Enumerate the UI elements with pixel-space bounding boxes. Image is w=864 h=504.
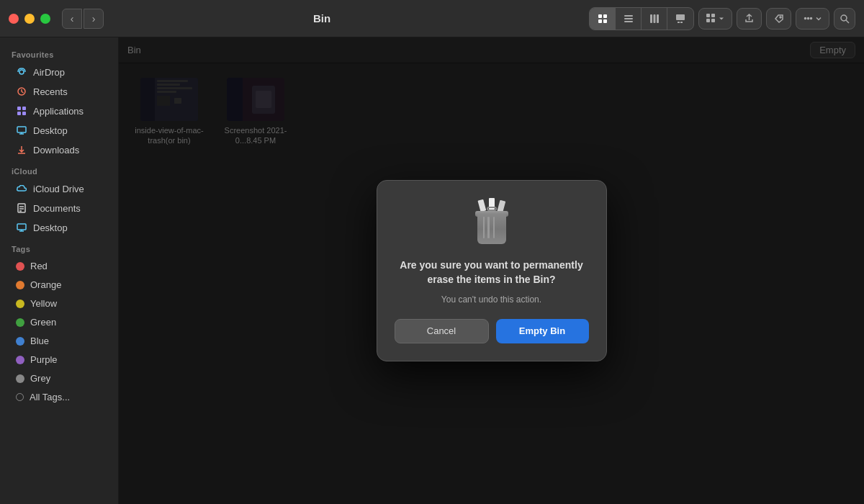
- sidebar-item-green[interactable]: Green: [4, 313, 114, 331]
- svg-rect-26: [22, 107, 26, 110]
- dialog-overlay: Are you sure you want to permanently era…: [119, 37, 864, 504]
- sidebar-item-applications[interactable]: Applications: [4, 102, 114, 120]
- trash-can: [474, 204, 510, 244]
- svg-rect-29: [17, 127, 26, 132]
- dialog-title: Are you sure you want to permanently era…: [395, 258, 589, 287]
- svg-rect-15: [706, 19, 710, 22]
- applications-label: Applications: [33, 106, 84, 117]
- svg-rect-8: [653, 14, 655, 23]
- purple-dot: [16, 356, 24, 364]
- applications-icon: [16, 105, 27, 117]
- all-tags-dot: [16, 393, 24, 401]
- view-column-button[interactable]: [642, 8, 667, 30]
- svg-point-17: [780, 17, 781, 18]
- documents-icon: [16, 202, 27, 214]
- cancel-button[interactable]: Cancel: [395, 319, 489, 343]
- svg-point-23: [19, 70, 24, 74]
- sidebar-item-red[interactable]: Red: [4, 257, 114, 275]
- paper-1: [477, 199, 486, 212]
- svg-rect-5: [624, 18, 633, 19]
- svg-rect-11: [678, 22, 680, 23]
- empty-bin-button[interactable]: Empty Bin: [496, 319, 589, 343]
- sidebar-item-downloads[interactable]: Downloads: [4, 140, 114, 159]
- airdrop-label: AirDrop: [33, 67, 65, 78]
- svg-point-19: [808, 18, 809, 19]
- orange-dot: [16, 281, 24, 289]
- svg-rect-6: [624, 21, 633, 22]
- downloads-icon: [16, 144, 27, 156]
- titlebar: ‹ › Bin: [0, 0, 864, 37]
- tag-button[interactable]: [766, 8, 791, 30]
- window-title: Bin: [55, 12, 589, 24]
- icloud-label: iCloud: [0, 160, 118, 179]
- desktop-icon: [16, 125, 27, 136]
- sidebar-item-airdrop[interactable]: AirDrop: [4, 63, 114, 81]
- group-button[interactable]: [698, 8, 732, 30]
- green-label: Green: [30, 317, 56, 328]
- svg-rect-4: [624, 15, 633, 17]
- sidebar: Favourites AirDrop Recents Applications …: [0, 37, 119, 504]
- svg-line-22: [846, 20, 849, 23]
- svg-rect-16: [711, 19, 715, 22]
- sidebar-item-yellow[interactable]: Yellow: [4, 294, 114, 312]
- svg-rect-25: [17, 107, 21, 110]
- svg-rect-7: [650, 14, 652, 23]
- close-button[interactable]: [9, 14, 19, 24]
- grey-dot: [16, 374, 24, 383]
- maximize-button[interactable]: [40, 14, 50, 24]
- svg-rect-13: [706, 14, 710, 17]
- recents-label: Recents: [33, 86, 68, 97]
- sidebar-item-purple[interactable]: Purple: [4, 351, 114, 369]
- green-dot: [16, 318, 24, 327]
- window-controls: [9, 14, 50, 24]
- sidebar-item-documents[interactable]: Documents: [4, 199, 114, 217]
- red-dot: [16, 262, 24, 271]
- svg-rect-0: [598, 14, 602, 18]
- sidebar-item-grey[interactable]: Grey: [4, 369, 114, 387]
- svg-point-21: [841, 15, 847, 21]
- sidebar-item-icloud-drive[interactable]: iCloud Drive: [4, 179, 114, 198]
- trash-body: [477, 214, 506, 244]
- svg-rect-12: [680, 22, 683, 23]
- dialog-buttons: Cancel Empty Bin: [395, 319, 589, 343]
- tags-label: Tags: [0, 238, 118, 256]
- minimize-button[interactable]: [24, 14, 35, 24]
- svg-rect-27: [17, 112, 21, 115]
- sidebar-item-blue[interactable]: Blue: [4, 332, 114, 350]
- more-button[interactable]: [796, 8, 829, 30]
- view-list-button[interactable]: [616, 8, 642, 30]
- file-area: Bin Empty: [119, 37, 864, 504]
- recents-icon: [16, 86, 27, 97]
- svg-point-18: [805, 18, 806, 19]
- blue-dot: [16, 337, 24, 346]
- downloads-label: Downloads: [33, 145, 79, 156]
- icloud-desktop-icon: [16, 222, 27, 233]
- view-switcher: [589, 7, 694, 30]
- grey-label: Grey: [30, 373, 50, 384]
- red-label: Red: [30, 261, 48, 271]
- search-button[interactable]: [834, 8, 855, 30]
- sidebar-item-recents[interactable]: Recents: [4, 82, 114, 101]
- sidebar-item-all-tags[interactable]: All Tags...: [4, 388, 114, 406]
- toolbar-right: [589, 7, 855, 30]
- dialog-trash-icon: [469, 201, 515, 247]
- documents-label: Documents: [33, 203, 81, 214]
- sidebar-item-desktop[interactable]: Desktop: [4, 121, 114, 140]
- empty-bin-dialog: Are you sure you want to permanently era…: [377, 180, 607, 361]
- sidebar-item-icloud-desktop[interactable]: Desktop: [4, 218, 114, 237]
- icloud-drive-icon: [16, 183, 27, 194]
- yellow-label: Yellow: [30, 298, 57, 309]
- svg-point-20: [811, 18, 812, 19]
- purple-label: Purple: [30, 354, 58, 365]
- view-grid-button[interactable]: [590, 8, 616, 30]
- blue-label: Blue: [30, 336, 49, 346]
- svg-rect-10: [676, 14, 685, 20]
- svg-rect-2: [598, 19, 602, 23]
- sidebar-item-orange[interactable]: Orange: [4, 276, 114, 294]
- share-button[interactable]: [737, 8, 762, 30]
- icloud-desktop-label: Desktop: [33, 222, 68, 233]
- icloud-drive-label: iCloud Drive: [33, 184, 84, 194]
- main-content: Favourites AirDrop Recents Applications …: [0, 37, 864, 504]
- view-cover-button[interactable]: [667, 8, 693, 30]
- yellow-dot: [16, 300, 24, 308]
